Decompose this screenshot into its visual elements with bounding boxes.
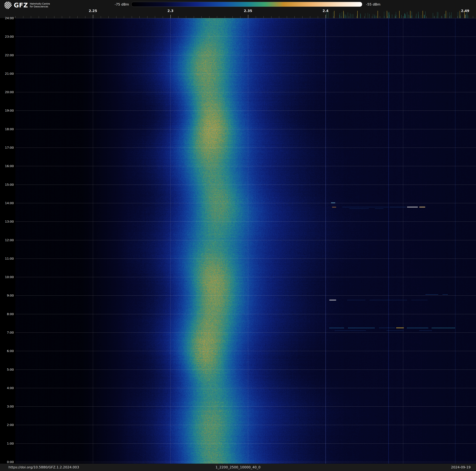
occupancy-tick [353,14,353,18]
time-axis-label: 10:00 [0,275,14,279]
time-axis-label: 9:00 [0,294,14,297]
occupancy-tick [468,15,468,18]
freq-minor-tick [240,16,240,18]
freq-minor-tick [325,15,326,18]
occupancy-tick [375,16,375,18]
occupancy-tick [425,11,425,18]
freq-minor-tick [271,16,272,18]
freq-minor-tick [124,16,124,18]
time-axis-label: 22:00 [0,54,14,57]
freq-minor-tick [263,16,264,18]
freq-minor-tick [70,16,70,18]
occupancy-tick [419,15,419,18]
freq-minor-tick [294,16,295,18]
time-axis-label: 15:00 [0,183,14,186]
occupancy-tick [350,13,350,18]
freq-minor-tick [209,16,209,18]
freq-minor-tick [357,16,357,18]
freq-minor-tick [31,16,31,18]
occupancy-tick [384,16,384,18]
time-axis-label: 6:00 [0,349,14,353]
occupancy-tick [421,15,421,18]
occupancy-tick-strong [334,11,334,18]
freq-minor-tick [54,16,54,18]
occupancy-tick-strong [357,11,357,18]
freq-minor-tick [93,15,93,18]
occupancy-tick [346,16,346,18]
doi-link[interactable]: https://doi.org/10.5880/GFZ.1.2.2024.003 [8,465,79,469]
occupancy-tick [404,16,404,18]
freq-minor-tick [287,16,287,18]
gfz-logo-subtitle-line1: Helmholtz Centre [30,2,50,5]
freq-minor-tick [403,16,403,18]
occupancy-tick [405,14,405,18]
occupancy-tick [340,13,340,18]
freq-minor-tick [15,16,16,18]
occupancy-tick [340,15,340,18]
time-axis-label: 14:00 [0,201,14,205]
time-axis-label: 12:00 [0,238,14,242]
freq-minor-tick [248,15,248,18]
occupancy-tick-strong [460,11,460,18]
time-axis-label: 5:00 [0,368,14,371]
freq-minor-tick [85,16,85,18]
occupancy-tick [344,12,344,18]
occupancy-tick [412,15,412,18]
occupancy-tick [346,15,346,18]
occupancy-tick [467,14,467,18]
occupancy-tick-strong [464,11,465,18]
occupancy-tick [389,12,390,18]
time-axis-label: 19:00 [0,109,14,112]
freq-minor-tick [77,16,78,18]
freq-axis-label: 2.49 [458,9,472,13]
footer-date: 2024-09-19 [451,465,471,469]
occupancy-tick [405,15,406,18]
freq-minor-tick [46,16,47,18]
occupancy-tick-strong [423,11,423,18]
occupancy-tick [438,12,438,18]
occupancy-tick-strong [446,11,446,18]
freq-minor-tick [62,16,62,18]
gfz-logo-subtitle: Helmholtz Centre for Geosciences [30,2,50,8]
time-axis-label: 13:00 [0,220,14,223]
occupancy-tick [467,12,467,18]
colorbar-gradient [131,2,362,7]
footer-bar: 1_2200_2500_10000_40_0 https://doi.org/1… [0,464,476,471]
occupancy-tick [389,13,389,18]
occupancy-tick [360,13,360,18]
time-axis-label: 18:00 [0,127,14,131]
occupancy-tick [407,12,407,18]
freq-axis-label: 2.4 [319,9,332,13]
freq-minor-tick [333,16,334,18]
occupancy-tick [342,12,342,18]
header-bar: GFZ Helmholtz Centre for Geosciences -75… [0,0,476,18]
gfz-logo: GFZ Helmholtz Centre for Geosciences [4,1,50,9]
spectrogram-canvas [15,18,476,464]
occupancy-tick [392,15,392,18]
gfz-logo-text: GFZ [14,2,28,9]
freq-minor-tick [349,16,349,18]
occupancy-tick-strong [387,11,387,18]
time-axis-label: 23:00 [0,35,14,38]
occupancy-tick [424,15,425,18]
time-axis-label: 7:00 [0,331,14,334]
occupancy-tick [460,15,460,18]
time-axis-label: 2:00 [0,423,14,427]
freq-axis-label: 2.25 [86,9,100,13]
time-axis-label: 17:00 [0,146,14,149]
freq-minor-tick [108,16,109,18]
freq-minor-tick [364,16,365,18]
freq-axis-label: 2.3 [164,9,177,13]
time-axis-label: 11:00 [0,257,14,260]
freq-minor-tick [225,16,225,18]
occupancy-tick [328,12,328,18]
gfz-globe-icon [4,1,12,9]
time-axis-label: 1:00 [0,442,14,445]
time-axis-label: 21:00 [0,72,14,75]
occupancy-tick-strong [343,11,344,18]
freq-minor-tick [341,16,341,18]
time-axis-label: 24:00 [0,17,14,20]
time-axis-label: 4:00 [0,386,14,390]
occupancy-tick [448,12,448,18]
occupancy-tick [458,12,458,18]
